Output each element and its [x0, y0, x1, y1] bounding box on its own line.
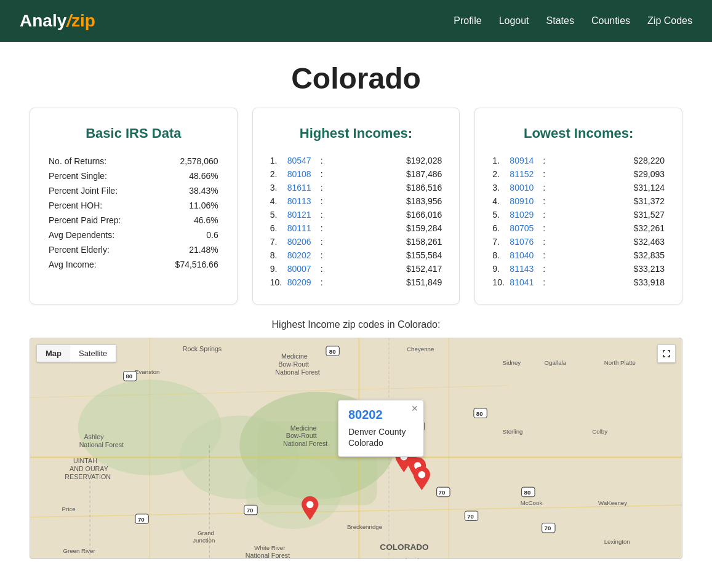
rank: 10.: [270, 277, 287, 287]
colon: :: [543, 183, 545, 193]
zip-link[interactable]: 81076: [510, 237, 543, 247]
zip-link[interactable]: 80705: [510, 223, 543, 233]
basic-irs-title: Basic IRS Data: [47, 125, 220, 141]
map-toggle: Map Satellite: [36, 344, 116, 362]
svg-text:Sterling: Sterling: [503, 428, 523, 435]
nav-item-states[interactable]: States: [546, 15, 574, 26]
amount: $29,093: [633, 169, 665, 179]
list-item: 7.81076:$32,463: [492, 235, 665, 248]
nav-link-states[interactable]: States: [546, 15, 574, 26]
amount: $155,584: [406, 250, 442, 260]
zip-link[interactable]: 80113: [287, 196, 321, 206]
irs-value: 2,578,060: [154, 154, 220, 169]
nav-link-logout[interactable]: Logout: [499, 15, 529, 26]
rank: 6.: [270, 223, 287, 233]
cards-row: Basic IRS Data No. of Returns:2,578,060P…: [0, 108, 712, 319]
rank: 7.: [270, 237, 287, 247]
colon: :: [321, 264, 323, 274]
svg-text:Sidney: Sidney: [503, 359, 521, 366]
zip-link[interactable]: 81611: [287, 183, 321, 193]
zip-link[interactable]: 80010: [510, 183, 543, 193]
colon: :: [321, 196, 323, 206]
fullscreen-icon: [662, 349, 671, 358]
amount: $158,261: [406, 237, 442, 247]
nav-link-profile[interactable]: Profile: [454, 15, 481, 26]
amount: $151,849: [406, 277, 442, 287]
zip-link[interactable]: 81143: [510, 264, 543, 274]
nav-item-zipcodes[interactable]: Zip Codes: [647, 15, 692, 26]
amount: $32,463: [633, 237, 665, 247]
map-toggle-map[interactable]: Map: [37, 345, 70, 362]
rank: 8.: [270, 250, 287, 260]
logo: Analy/zip: [20, 11, 95, 31]
irs-table-row: Avg Dependents:0.6: [47, 228, 220, 242]
popup-zip: 80202: [348, 408, 414, 422]
zip-link[interactable]: 80108: [287, 169, 321, 179]
zip-link[interactable]: 80547: [287, 156, 321, 165]
svg-text:RESERVATION: RESERVATION: [65, 473, 111, 480]
zip-link[interactable]: 80007: [287, 264, 321, 274]
svg-text:National Forest: National Forest: [275, 368, 319, 376]
zip-link[interactable]: 80910: [510, 196, 543, 206]
svg-text:Lexington: Lexington: [604, 538, 630, 545]
colon: :: [543, 169, 545, 179]
svg-text:North Platte: North Platte: [604, 359, 636, 366]
zip-link[interactable]: 81029: [510, 210, 543, 220]
list-item: 5.80121:$166,016: [270, 208, 442, 221]
irs-label: Percent HOH:: [47, 198, 154, 213]
rank: 2.: [492, 169, 510, 179]
svg-text:Ashley: Ashley: [84, 433, 104, 440]
zip-link[interactable]: 80111: [287, 223, 321, 233]
zip-link[interactable]: 80209: [287, 277, 321, 287]
colon: :: [321, 223, 323, 233]
svg-text:National Forest: National Forest: [79, 441, 124, 448]
svg-text:Ogallala: Ogallala: [545, 359, 567, 366]
zip-link[interactable]: 80914: [510, 156, 543, 165]
list-item: 8.81040:$32,835: [492, 248, 665, 262]
irs-label: Avg Dependents:: [47, 228, 154, 242]
amount: $31,124: [633, 183, 665, 193]
zip-link[interactable]: 80206: [287, 237, 321, 247]
popup-state: Colorado: [348, 438, 414, 448]
lowest-incomes-title: Lowest Incomes:: [492, 125, 665, 141]
irs-label: Percent Paid Prep:: [47, 213, 154, 228]
nav-link-zipcodes[interactable]: Zip Codes: [647, 15, 692, 26]
rank: 1.: [270, 156, 287, 165]
svg-text:70: 70: [138, 516, 145, 523]
svg-text:70: 70: [467, 513, 474, 520]
list-item: 4.80113:$183,956: [270, 194, 442, 208]
zip-link[interactable]: 81040: [510, 250, 543, 260]
list-item: 5.81029:$31,527: [492, 208, 665, 221]
popup-close-button[interactable]: ✕: [411, 404, 418, 413]
amount: $33,918: [633, 277, 665, 287]
colon: :: [543, 237, 545, 247]
rank: 10.: [492, 277, 510, 287]
zip-link[interactable]: 80121: [287, 210, 321, 220]
svg-text:80: 80: [524, 489, 531, 496]
list-item: 2.81152:$29,093: [492, 167, 665, 181]
nav-item-logout[interactable]: Logout: [499, 15, 529, 26]
svg-text:Grand: Grand: [198, 530, 214, 536]
zip-link[interactable]: 81152: [510, 169, 543, 179]
svg-text:Medicine: Medicine: [290, 424, 317, 432]
rank: 1.: [492, 156, 510, 165]
irs-label: Percent Single:: [47, 169, 154, 183]
zip-link[interactable]: 81041: [510, 277, 543, 287]
zip-link[interactable]: 80202: [287, 250, 321, 260]
map-toggle-satellite[interactable]: Satellite: [70, 345, 116, 362]
list-item: 9.81143:$33,213: [492, 262, 665, 276]
rank: 3.: [270, 183, 287, 193]
irs-value: 21.48%: [154, 242, 220, 257]
irs-value: $74,516.66: [154, 257, 220, 272]
svg-text:White River: White River: [254, 544, 286, 551]
nav-item-counties[interactable]: Counties: [591, 15, 630, 26]
nav-item-profile[interactable]: Profile: [454, 15, 481, 26]
rank: 5.: [270, 210, 287, 220]
nav-link-counties[interactable]: Counties: [591, 15, 630, 26]
amount: $159,284: [406, 223, 442, 233]
navbar: Analy/zip Profile Logout States Counties…: [0, 0, 712, 42]
amount: $32,835: [633, 250, 665, 260]
fullscreen-button[interactable]: [657, 344, 676, 363]
colon: :: [543, 264, 545, 274]
colon: :: [321, 210, 323, 220]
